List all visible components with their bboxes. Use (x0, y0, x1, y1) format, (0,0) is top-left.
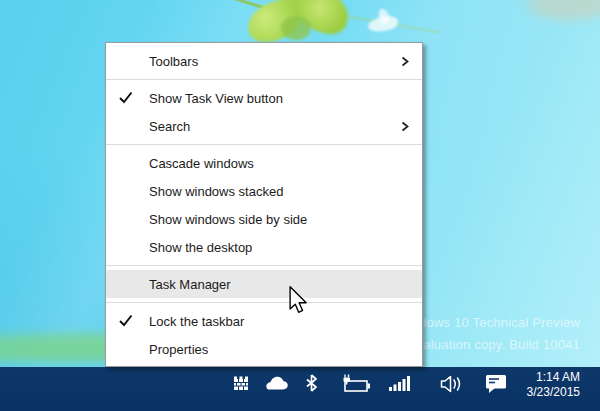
desktop[interactable]: Windows 10 Technical Preview Evaluation … (0, 0, 600, 411)
menu-item-search[interactable]: Search (106, 112, 422, 140)
clock-time: 1:14 AM (527, 370, 580, 385)
onedrive-icon[interactable] (262, 375, 290, 392)
menu-separator (106, 144, 422, 145)
menu-item-label: Show windows stacked (149, 184, 283, 199)
menu-item-show-windows-side-by-side[interactable]: Show windows side by side (106, 205, 422, 233)
tray-clock[interactable]: 1:14 AM 3/23/2015 (527, 370, 580, 400)
leaf-icon (281, 16, 311, 40)
menu-item-toolbars[interactable]: Toolbars (106, 47, 422, 75)
menu-item-label: Cascade windows (149, 156, 254, 171)
checkmark-icon (118, 91, 133, 104)
defender-icon[interactable] (233, 375, 249, 391)
network-icon[interactable] (389, 375, 412, 391)
menu-item-label: Search (149, 119, 190, 134)
battery-icon[interactable] (341, 374, 372, 392)
menu-item-label: Properties (149, 342, 208, 357)
action-center-icon[interactable] (485, 374, 507, 394)
menu-item-label: Lock the taskbar (149, 314, 244, 329)
mouse-cursor (289, 286, 308, 315)
menu-item-lock-the-taskbar[interactable]: Lock the taskbar (106, 307, 422, 335)
context-menu: ToolbarsShow Task View buttonSearchCasca… (105, 42, 423, 367)
menu-item-label: Show windows side by side (149, 212, 307, 227)
menu-item-label: Toolbars (149, 54, 198, 69)
menu-item-label: Show the desktop (149, 240, 252, 255)
evaluation-watermark: Windows 10 Technical Preview Evaluation … (396, 312, 580, 356)
bluetooth-icon[interactable] (305, 374, 318, 392)
menu-item-label: Show Task View button (149, 91, 283, 106)
menu-item-cascade-windows[interactable]: Cascade windows (106, 149, 422, 177)
menu-item-properties[interactable]: Properties (106, 335, 422, 363)
menu-item-show-windows-stacked[interactable]: Show windows stacked (106, 177, 422, 205)
volume-icon[interactable] (440, 375, 465, 393)
menu-item-task-manager[interactable]: Task Manager (106, 270, 422, 298)
watermark-line1: Windows 10 Technical Preview (396, 312, 580, 334)
menu-item-label: Task Manager (149, 277, 231, 292)
checkmark-icon (118, 314, 133, 327)
menu-item-show-task-view-button[interactable]: Show Task View button (106, 84, 422, 112)
taskbar[interactable]: 1:14 AM 3/23/2015 (0, 367, 600, 411)
menu-separator (106, 302, 422, 303)
menu-separator (106, 79, 422, 80)
submenu-arrow-icon (401, 56, 409, 67)
clock-date: 3/23/2015 (527, 385, 580, 400)
submenu-arrow-icon (401, 121, 409, 132)
watermark-line2: Evaluation copy. Build 10041 (396, 334, 580, 356)
menu-separator (106, 265, 422, 266)
menu-item-show-the-desktop[interactable]: Show the desktop (106, 233, 422, 261)
